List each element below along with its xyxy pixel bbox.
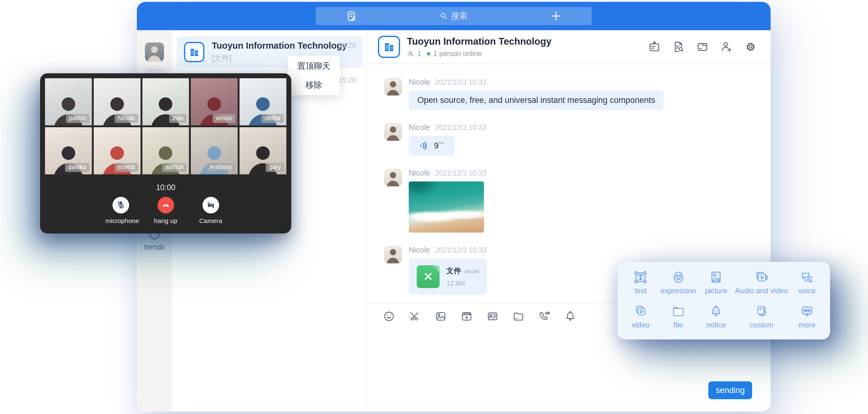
- online-dot: [427, 52, 430, 56]
- feature-video[interactable]: video: [622, 304, 659, 334]
- feature-panel: text expression picture Audio and video: [617, 262, 830, 340]
- audio-video-tool-icon: [754, 270, 769, 285]
- feature-label: more: [788, 321, 826, 329]
- feature-custom[interactable]: custom: [735, 304, 788, 334]
- call-participant-tile: patton: [45, 78, 92, 125]
- call-participant-tile: Nicole: [94, 78, 141, 125]
- excel-file-icon: ✕: [417, 265, 439, 288]
- feature-label: expression: [659, 286, 697, 295]
- folder-button[interactable]: [512, 310, 525, 322]
- voice-wave-icon: [419, 141, 429, 151]
- bell-icon: [564, 310, 577, 322]
- folder-icon: [512, 310, 525, 322]
- notice-tool-icon: [709, 304, 723, 319]
- image-message-beach[interactable]: [409, 182, 484, 232]
- participant-name-badge: ernest: [115, 163, 138, 172]
- video-button[interactable]: [461, 310, 473, 322]
- contact-card-button[interactable]: [487, 310, 499, 322]
- camera-muted-icon: [203, 197, 219, 214]
- chat-group-avatar: [378, 36, 400, 58]
- feature-label: Audio and video: [735, 286, 788, 295]
- emoji-button[interactable]: [383, 310, 395, 322]
- chat-header: Tuoyun Information Technology 1 1 person…: [367, 30, 771, 64]
- sender-avatar[interactable]: [384, 123, 402, 141]
- add-button[interactable]: [550, 10, 562, 22]
- call-participant-grid: pattonNicolezoievenusstellardanikaernest…: [45, 78, 286, 174]
- send-button[interactable]: sending: [708, 381, 752, 399]
- document-search-icon: [672, 40, 685, 53]
- participant-name-badge: Nicole: [115, 114, 138, 123]
- group-avatar-box: [184, 42, 204, 62]
- feature-audio-video[interactable]: Audio and video: [735, 270, 788, 300]
- screenshot-button[interactable]: [409, 310, 421, 322]
- settings-button[interactable]: [744, 40, 757, 53]
- call-participant-tile: gary: [240, 127, 286, 174]
- feature-label: video: [622, 321, 659, 329]
- message-group: Nicole 2021/12/3 10:33 Open source, free…: [384, 77, 753, 110]
- text-message-bubble[interactable]: Open source, free, and universal instant…: [409, 91, 664, 110]
- feature-file[interactable]: file: [659, 304, 697, 334]
- add-member-button[interactable]: [720, 40, 733, 53]
- feature-label: custom: [735, 321, 788, 329]
- my-avatar[interactable]: [145, 42, 164, 62]
- picture-tool-icon: [709, 270, 723, 285]
- sender-avatar[interactable]: [384, 77, 402, 95]
- call-participant-tile: ernest: [94, 127, 141, 174]
- feature-label: text: [622, 286, 659, 295]
- chat-actions: [648, 40, 757, 53]
- file-name: 文件: [446, 266, 461, 275]
- feature-label: file: [659, 321, 697, 329]
- sender-name: Nicole: [409, 123, 430, 132]
- menu-item-pin-chat[interactable]: 置顶聊天: [287, 57, 340, 75]
- text-tool-icon: [633, 270, 648, 285]
- notification-button[interactable]: [564, 310, 577, 322]
- feature-more[interactable]: more: [788, 304, 826, 334]
- sender-name: Nicole: [409, 77, 430, 87]
- message-input-area[interactable]: sending: [367, 329, 771, 412]
- feature-picture[interactable]: picture: [697, 270, 735, 300]
- message-group: Nicole 2021/12/3 10:33 9``: [384, 123, 753, 156]
- feature-label: voice: [788, 286, 826, 295]
- chat-subtitle: 1 1 person online: [407, 50, 552, 58]
- feature-text[interactable]: text: [622, 270, 659, 300]
- microphone-label: microphone: [105, 217, 136, 225]
- plus-icon: [550, 10, 562, 22]
- online-status: 1 person online: [433, 50, 482, 58]
- search-input[interactable]: 搜索: [440, 10, 468, 22]
- conversation-context-menu: 置顶聊天 移除: [287, 56, 340, 95]
- video-call-panel: pattonNicolezoievenusstellardanikaernest…: [40, 73, 291, 233]
- search-icon: [440, 12, 448, 20]
- feature-notice[interactable]: notice: [697, 304, 735, 334]
- call-timer: 10:00: [45, 183, 286, 192]
- hang-up-button[interactable]: hang up: [150, 197, 181, 225]
- call-participant-tile: aldrich: [143, 127, 189, 174]
- message-time: 2021/12/3 10:33: [435, 124, 486, 132]
- voice-message-bubble[interactable]: 9``: [409, 136, 455, 156]
- building-icon: [188, 46, 200, 58]
- chat-panel: Tuoyun Information Technology 1 1 person…: [367, 30, 771, 412]
- search-bar[interactable]: 搜索: [316, 7, 592, 25]
- chat-history-search-button[interactable]: [672, 40, 685, 53]
- video-call-button[interactable]: [538, 310, 551, 322]
- feature-label: notice: [697, 321, 735, 329]
- microphone-toggle-button[interactable]: microphone: [105, 197, 136, 225]
- group-notice-button[interactable]: [648, 40, 661, 53]
- menu-item-remove[interactable]: 移除: [287, 76, 340, 94]
- message-time: 2021/12/3 10:33: [435, 169, 486, 178]
- board-icon: [648, 40, 661, 53]
- participant-name-badge: aldrich: [162, 163, 186, 172]
- file-message-card[interactable]: ✕ 文件.excel 12.8M: [409, 258, 487, 295]
- call-participant-tile: venus: [191, 78, 238, 125]
- phone-video-icon: [538, 310, 551, 322]
- new-note-button[interactable]: [345, 10, 358, 22]
- picture-button[interactable]: [435, 310, 447, 322]
- hang-up-label: hang up: [150, 217, 181, 225]
- sender-avatar[interactable]: [384, 168, 402, 186]
- feature-expression[interactable]: expression: [659, 270, 697, 300]
- expression-tool-icon: [671, 270, 686, 285]
- sender-avatar[interactable]: [384, 246, 402, 263]
- sender-name: Nicole: [409, 246, 430, 254]
- camera-toggle-button[interactable]: Camera: [195, 197, 226, 225]
- group-file-button[interactable]: [696, 40, 709, 53]
- feature-voice[interactable]: voice: [788, 270, 826, 300]
